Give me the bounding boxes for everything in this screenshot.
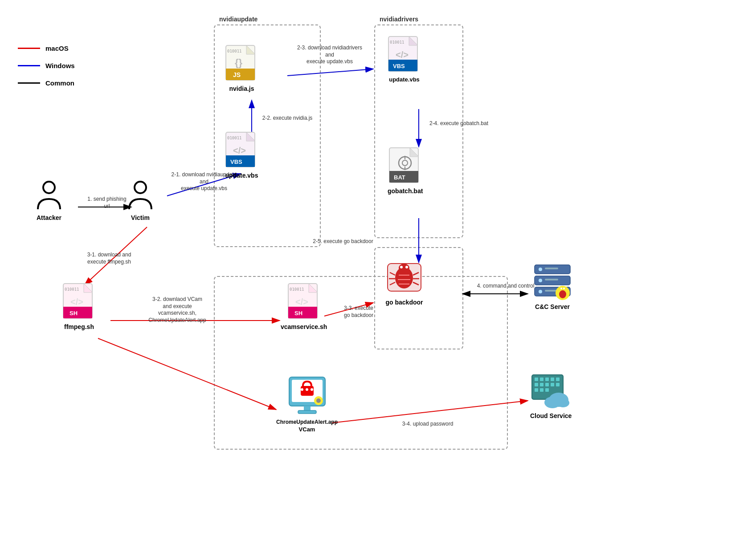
cnc-node: C&C Server (532, 263, 572, 310)
svg-point-82 (560, 288, 562, 289)
updatevbs-top-node: 010011 </> VBS update.vbs (388, 36, 421, 83)
arrow-label-33: 3-3. executego backdoor (330, 305, 388, 319)
svg-rect-90 (304, 406, 311, 410)
svg-rect-95 (535, 378, 538, 381)
svg-point-60 (405, 266, 408, 268)
arrow-label-32: 3-2. downlaod VCamand executevcamservice… (137, 296, 217, 324)
svg-point-80 (559, 290, 566, 298)
updatevbs-main-icon: 010011 </> VBS (225, 131, 258, 169)
svg-text:SH: SH (294, 310, 302, 317)
cnc-icon (532, 263, 572, 300)
cloudservice-label: Cloud Service (530, 412, 572, 419)
svg-text:BAT: BAT (394, 174, 405, 181)
updatevbs-main-label: update.vbs (225, 172, 258, 179)
vcamservicesh-icon: 010011 </> SH (287, 283, 321, 321)
updatevbs-top-label: update.vbs (389, 76, 420, 83)
legend-macos-line (18, 48, 40, 49)
svg-rect-72 (545, 268, 558, 269)
svg-text:VBS: VBS (393, 63, 405, 69)
legend-common-line (18, 82, 40, 84)
gobackdoor-label: go backdoor (385, 299, 423, 306)
vcam-box (214, 276, 508, 450)
arrow-label-31: 3-1. download andexecute ffmpeg.sh (74, 252, 145, 265)
svg-rect-102 (545, 383, 549, 386)
chromeupdatealert-icon (288, 376, 326, 416)
cloudservice-node: Cloud Service (530, 374, 572, 419)
legend: macOS Windows Common (18, 45, 75, 97)
legend-windows: Windows (18, 62, 75, 69)
updatevbs-top-icon: 010011 </> VBS (388, 36, 421, 73)
gobatchbat-label: gobatch.bat (388, 187, 423, 195)
svg-point-17 (135, 182, 146, 193)
svg-point-74 (539, 279, 542, 282)
svg-point-77 (539, 290, 542, 293)
svg-rect-105 (535, 388, 538, 392)
svg-rect-98 (551, 378, 554, 381)
attacker-icon (36, 180, 62, 211)
svg-point-83 (563, 288, 565, 289)
arrow-label-22: 2-2. execute nvidia.js (256, 115, 319, 122)
arrow-label-34: 3-4. upload password (396, 421, 459, 428)
ffmpegsh-label: ffmpeg.sh (64, 323, 94, 330)
svg-point-58 (399, 264, 409, 272)
vcamservicesh-node: 010011 </> SH vcamservice.sh (281, 283, 327, 330)
arrow-label-4: 4. command and control (470, 283, 541, 290)
svg-text:010011: 010011 (227, 136, 242, 140)
ffmpegsh-node: 010011 </> SH ffmpeg.sh (62, 283, 96, 330)
svg-rect-48 (63, 307, 92, 318)
svg-point-110 (557, 398, 569, 407)
arrow-label-1: 1. send phishingurl (82, 196, 131, 210)
svg-text:010011: 010011 (290, 287, 304, 292)
nvidiaupdate-box-label: nvidiaupdate (219, 16, 257, 23)
svg-rect-107 (545, 388, 549, 392)
svg-point-71 (539, 268, 542, 271)
chromeupdatealert-label: ChromeUpdateAlert.app (276, 419, 338, 425)
svg-rect-86 (301, 386, 314, 396)
gobatchbat-node: BAT gobatch.bat (388, 147, 423, 195)
svg-text:</>: </> (70, 297, 83, 307)
svg-rect-54 (288, 307, 317, 318)
legend-windows-label: Windows (45, 62, 75, 69)
svg-rect-99 (556, 378, 560, 381)
attacker-label: Attacker (37, 214, 61, 221)
svg-text:{}: {} (235, 57, 243, 68)
svg-text:010011: 010011 (390, 40, 405, 45)
svg-rect-91 (298, 410, 316, 414)
legend-windows-line (18, 65, 40, 66)
svg-point-59 (400, 266, 403, 268)
svg-rect-75 (545, 279, 558, 280)
ffmpegsh-icon: 010011 </> SH (62, 283, 96, 321)
nvidiajs-node: 010011 {} JS nvidia.js (225, 45, 258, 92)
chromeupdatealert-node: ChromeUpdateAlert.app VCam (276, 376, 338, 433)
arrow-label-25: 2-5. execute go backdoor (303, 238, 383, 245)
nvidiajs-label: nvidia.js (229, 85, 254, 92)
svg-text:</>: </> (396, 50, 409, 60)
legend-macos-label: macOS (45, 45, 69, 52)
svg-text:</>: </> (295, 297, 308, 307)
gobackdoor-node: go backdoor (385, 258, 423, 306)
updatevbs-main-node: 010011 </> VBS update.vbs (225, 131, 258, 179)
attacker-node: Attacker (36, 180, 62, 221)
svg-text:010011: 010011 (65, 287, 79, 292)
cloudservice-icon (531, 374, 571, 410)
legend-macos: macOS (18, 45, 75, 52)
svg-text:010011: 010011 (227, 49, 242, 53)
nvidiajs-icon: 010011 {} JS (225, 45, 258, 82)
svg-text:JS: JS (233, 71, 241, 78)
svg-point-16 (43, 182, 55, 193)
svg-rect-100 (535, 383, 538, 386)
svg-rect-97 (545, 378, 549, 381)
svg-rect-106 (540, 388, 544, 392)
gobatchbat-icon: BAT (388, 147, 422, 185)
cnc-label: C&C Server (535, 303, 570, 310)
svg-rect-103 (551, 383, 554, 386)
svg-point-93 (316, 398, 321, 403)
victim-label: Victim (131, 214, 150, 221)
vcamservicesh-label: vcamservice.sh (281, 323, 327, 330)
vcam-sublabel: VCam (299, 426, 315, 433)
gobackdoor-icon (385, 258, 423, 296)
svg-text:VBS: VBS (230, 158, 242, 165)
svg-point-89 (311, 388, 313, 391)
victim-node: Victim (127, 180, 154, 221)
legend-common-label: Common (45, 79, 74, 87)
